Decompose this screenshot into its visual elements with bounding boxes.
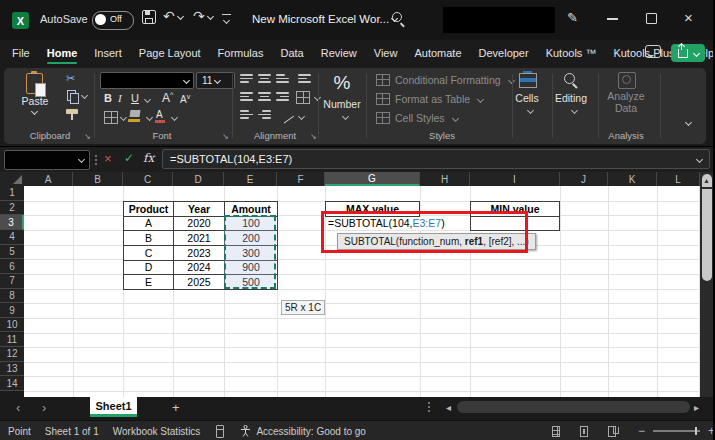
column-header-I[interactable]: I (470, 172, 560, 186)
bold-button[interactable]: B (104, 92, 112, 104)
increase-indent-icon[interactable] (258, 110, 271, 119)
underline-dropdown-icon[interactable] (144, 96, 151, 103)
column-header-C[interactable]: C (123, 172, 173, 186)
row-header-4[interactable]: 4 (0, 230, 24, 245)
select-all-corner[interactable] (0, 172, 24, 186)
row-header-12[interactable]: 12 (0, 347, 24, 362)
font-color-icon[interactable]: A (156, 109, 163, 120)
bottom-align-icon[interactable] (276, 74, 289, 83)
column-header-K[interactable]: K (608, 172, 657, 186)
cancel-icon[interactable]: × (104, 151, 112, 166)
font-dialog-launcher-icon[interactable]: ↘ (222, 132, 229, 141)
menu-item-developer[interactable]: Developer (479, 43, 529, 63)
copy-icon[interactable] (67, 90, 76, 101)
row-header-1[interactable]: 1 (0, 186, 24, 201)
column-header-A[interactable]: A (24, 172, 73, 186)
row-header-8[interactable]: 8 (0, 289, 24, 304)
percent-style-icon[interactable]: % (318, 72, 366, 94)
search-icon[interactable] (392, 12, 405, 25)
table-cell[interactable]: E (124, 275, 173, 289)
row-header-13[interactable]: 13 (0, 362, 24, 377)
page-layout-view-icon[interactable] (580, 426, 588, 437)
chevron-down-icon[interactable] (207, 13, 214, 20)
paste-clipboard-icon[interactable] (26, 73, 43, 94)
document-title[interactable]: New Microsoft Excel Wor... (252, 13, 397, 25)
table-cell[interactable]: 2025 (174, 275, 224, 289)
menu-item-automate[interactable]: Automate (414, 43, 461, 63)
cell-styles-button[interactable]: Cell Styles (376, 112, 458, 124)
insert-function-icon[interactable]: fx (143, 151, 154, 165)
column-header-D[interactable]: D (173, 172, 224, 186)
min-value-cells[interactable]: MIN value (470, 201, 560, 231)
font-name-box[interactable] (100, 72, 194, 89)
tabbar-dots-icon[interactable] (428, 402, 430, 404)
format-painter-icon[interactable] (66, 109, 78, 114)
workbook-statistics-button[interactable]: Workbook Statistics (113, 426, 201, 437)
column-header-L[interactable]: L (657, 172, 700, 186)
formula-bar-dots-icon[interactable] (95, 155, 97, 157)
alignment-dialog-launcher-icon[interactable]: ↘ (310, 132, 317, 141)
column-header-F[interactable]: F (277, 172, 325, 186)
column-header-E[interactable]: E (224, 172, 277, 186)
cells-icon[interactable] (519, 73, 537, 88)
active-cell-formula[interactable]: =SUBTOTAL(104,E3:E7) (326, 217, 438, 230)
add-sheet-icon[interactable]: + (172, 400, 180, 415)
decrease-indent-icon[interactable] (240, 110, 253, 119)
align-left-icon[interactable] (240, 92, 253, 101)
share-button[interactable] (671, 44, 705, 62)
format-as-table-button[interactable]: Format as Table (376, 93, 483, 105)
column-header-G[interactable]: G (325, 172, 420, 186)
save-icon[interactable] (142, 10, 156, 24)
zoom-slider[interactable] (653, 430, 700, 432)
table-cell[interactable] (471, 217, 559, 231)
zoom-slider-thumb[interactable] (695, 427, 697, 435)
editing-button[interactable]: Editing (550, 92, 592, 104)
minimize-button[interactable] (607, 18, 618, 20)
row-header-5[interactable]: 5 (0, 245, 24, 260)
vertical-scroll-thumb[interactable] (702, 189, 712, 281)
comments-icon[interactable] (645, 45, 661, 58)
menu-item-insert[interactable]: Insert (94, 43, 122, 63)
row-header-14[interactable]: 14 (0, 376, 24, 391)
horizontal-scrollbar[interactable] (457, 401, 690, 413)
conditional-formatting-button[interactable]: Conditional Formatting (376, 74, 514, 86)
row-header-11[interactable]: 11 (0, 333, 24, 348)
cells-dropdown-icon[interactable] (527, 107, 534, 114)
copy-dropdown-icon[interactable] (81, 92, 88, 99)
row-header-9[interactable]: 9 (0, 303, 24, 318)
cut-icon[interactable]: ✂ (66, 72, 75, 85)
editing-dropdown-icon[interactable] (571, 107, 578, 114)
max-value-header-cell[interactable]: MAX value (325, 201, 420, 217)
row-header-7[interactable]: 7 (0, 274, 24, 289)
table-cell[interactable]: 2024 (174, 261, 224, 275)
borders-icon[interactable] (104, 111, 118, 124)
table-cell[interactable]: C (124, 246, 173, 260)
page-break-view-icon[interactable] (608, 426, 616, 437)
borders-dropdown-icon[interactable] (120, 114, 127, 121)
row-header-3[interactable]: 3 (0, 215, 24, 230)
sheet-grid[interactable]: ABCDEFGHIJKL 1234567891011121314 Product… (0, 172, 715, 397)
normal-view-icon[interactable] (552, 426, 560, 437)
row-header-6[interactable]: 6 (0, 259, 24, 274)
font-color-dropdown-icon[interactable] (171, 114, 178, 121)
column-header-J[interactable]: J (560, 172, 608, 186)
fill-color-icon[interactable] (130, 110, 141, 117)
expand-formula-bar-icon[interactable] (696, 155, 703, 162)
statistics-icon[interactable] (216, 425, 224, 438)
table-cell[interactable]: 2020 (174, 217, 224, 231)
orientation-dropdown-icon[interactable] (298, 113, 305, 120)
row-header-2[interactable]: 2 (0, 201, 24, 216)
row-header-10[interactable]: 10 (0, 318, 24, 333)
merge-center-icon[interactable] (296, 91, 310, 104)
cells-button[interactable]: Cells (510, 92, 544, 104)
menu-item-kutools-plus[interactable]: Kutools Plus (613, 43, 674, 63)
number-dropdown-icon[interactable] (342, 113, 349, 120)
menu-item-view[interactable]: View (374, 43, 398, 63)
pen-icon[interactable]: ✎ (567, 10, 578, 25)
orientation-icon[interactable] (278, 108, 294, 124)
paste-dropdown-icon[interactable] (31, 108, 38, 115)
name-box[interactable] (4, 150, 90, 170)
top-align-icon[interactable] (240, 74, 253, 83)
enter-check-icon[interactable]: ✓ (124, 151, 134, 165)
grow-font-button[interactable]: A^ (162, 91, 173, 105)
